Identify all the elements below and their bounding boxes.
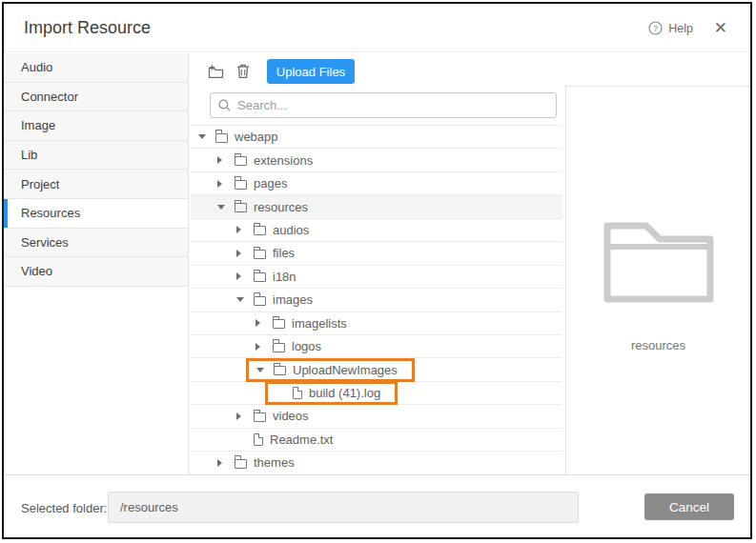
- sidebar-item-label: Project: [21, 177, 59, 191]
- tree-row-logos[interactable]: logos: [191, 335, 562, 358]
- tree-row-build-41-log[interactable]: build (41).log: [191, 382, 562, 405]
- sidebar-item-lib[interactable]: Lib: [4, 141, 188, 171]
- delete-button[interactable]: [236, 64, 250, 79]
- file-icon: [254, 433, 263, 446]
- expand-arrow-icon[interactable]: [236, 272, 254, 280]
- tree-item-label: pages: [254, 176, 287, 191]
- tree-item-label: webapp: [235, 130, 278, 144]
- tree-row-pages[interactable]: pages: [191, 172, 562, 195]
- sidebar-item-label: Services: [21, 235, 69, 250]
- expand-arrow-icon[interactable]: [236, 226, 254, 233]
- tree-item-label: audios: [273, 223, 309, 237]
- tree-row-content: themes: [217, 452, 295, 473]
- delete-icon: [236, 64, 250, 79]
- tree-item-label: images: [273, 292, 313, 307]
- tree-row-images[interactable]: images: [191, 289, 562, 312]
- tree-item-label: videos: [273, 409, 309, 423]
- close-button[interactable]: ✕: [714, 4, 727, 52]
- tree-row-readme-txt[interactable]: Readme.txt: [191, 429, 562, 452]
- folder-icon: [235, 180, 247, 190]
- folder-icon: [254, 250, 266, 259]
- folder-icon: [235, 156, 247, 166]
- folder-icon: [235, 459, 247, 469]
- expand-arrow-icon[interactable]: [217, 180, 235, 188]
- selected-folder-label: Selected folder:: [21, 475, 107, 539]
- preview-panel: resources: [565, 86, 750, 474]
- folder-icon: [254, 272, 266, 282]
- expand-arrow-icon[interactable]: [236, 250, 254, 257]
- sidebar-item-project[interactable]: Project: [4, 170, 188, 199]
- tree-item-label: files: [273, 246, 295, 260]
- expand-arrow-icon[interactable]: [217, 459, 235, 467]
- tree-row-extensions[interactable]: extensions: [191, 149, 562, 171]
- sidebar-item-resources[interactable]: Resources: [4, 199, 188, 229]
- tree-row-content: extensions: [217, 149, 313, 171]
- sidebar-item-audio[interactable]: Audio: [4, 53, 188, 83]
- tree-item-label: logos: [292, 339, 321, 353]
- expand-arrow-icon[interactable]: [198, 134, 215, 139]
- tree-row-content: Readme.txt: [236, 429, 333, 451]
- search-box: [210, 92, 557, 118]
- file-icon: [293, 387, 302, 399]
- sidebar-item-label: Connector: [21, 90, 78, 104]
- folder-icon: [235, 203, 247, 212]
- expand-arrow-icon[interactable]: [236, 297, 254, 302]
- tree-item-label: Readme.txt: [270, 432, 333, 447]
- tree-row-content: images: [236, 289, 313, 311]
- expand-arrow-icon[interactable]: [255, 343, 273, 351]
- expand-arrow-icon[interactable]: [236, 412, 254, 420]
- help-button[interactable]: ? Help: [648, 4, 693, 52]
- upload-files-button[interactable]: Upload Files: [267, 59, 355, 84]
- folder-icon: [273, 319, 285, 329]
- tree-row-files[interactable]: files: [191, 242, 562, 265]
- folder-icon: [215, 133, 228, 143]
- expand-arrow-icon[interactable]: [217, 205, 235, 210]
- selected-folder-input[interactable]: [108, 492, 579, 523]
- sidebar-item-image[interactable]: Image: [4, 111, 188, 141]
- expand-arrow-icon[interactable]: [256, 368, 274, 372]
- help-icon: ?: [648, 21, 663, 35]
- tree-row-content: files: [236, 242, 295, 264]
- svg-text:?: ?: [653, 24, 658, 33]
- sidebar-item-services[interactable]: Services: [4, 229, 188, 258]
- tree-row-content: resources: [217, 195, 308, 217]
- tree-item-label: imagelists: [292, 316, 347, 331]
- sidebar-item-video[interactable]: Video: [4, 257, 188, 287]
- cancel-button[interactable]: Cancel: [644, 493, 734, 520]
- search-icon: [218, 99, 231, 111]
- tree-row-themes[interactable]: themes: [191, 452, 562, 474]
- tree-item-label: themes: [254, 455, 295, 470]
- help-label: Help: [668, 22, 693, 35]
- dialog-footer: Selected folder: Cancel: [4, 474, 750, 539]
- tree-row-content: audios: [236, 219, 309, 241]
- tree-item-label: i18n: [273, 270, 296, 284]
- tree-row-i18n[interactable]: i18n: [191, 266, 562, 289]
- toolbar: Upload Files: [191, 53, 355, 90]
- tree-row-webapp[interactable]: webapp: [191, 126, 562, 149]
- new-folder-button[interactable]: [208, 64, 224, 79]
- tree-row-content: logos: [255, 335, 321, 357]
- import-resource-dialog: Import Resource ? Help ✕ Audio Connector…: [2, 2, 752, 539]
- dialog-title: Import Resource: [24, 4, 151, 52]
- sidebar-item-label: Image: [21, 118, 55, 132]
- tree-row-content: UploadNewImages: [246, 358, 415, 382]
- tree-item-label: UploadNewImages: [293, 363, 398, 377]
- search-input[interactable]: [237, 98, 548, 112]
- folder-icon: [254, 296, 266, 306]
- tree-row-imagelists[interactable]: imagelists: [191, 312, 562, 335]
- tree-row-content: webapp: [198, 126, 278, 148]
- new-folder-icon: [208, 64, 224, 79]
- expand-arrow-icon[interactable]: [255, 319, 273, 327]
- tree-row-content: build (41).log: [265, 381, 398, 405]
- tree-row-audios[interactable]: audios: [191, 219, 562, 242]
- tree-row-videos[interactable]: videos: [191, 405, 562, 428]
- expand-arrow-icon[interactable]: [217, 156, 235, 164]
- sidebar-item-label: Audio: [21, 60, 52, 74]
- folder-icon: [254, 412, 266, 422]
- folder-icon: [274, 366, 286, 375]
- tree-row-uploadnewimages[interactable]: UploadNewImages: [191, 358, 562, 381]
- tree-row-resources[interactable]: resources: [191, 195, 562, 218]
- sidebar-item-label: Lib: [21, 148, 37, 162]
- sidebar-item-connector[interactable]: Connector: [4, 83, 188, 112]
- folder-icon: [254, 226, 266, 235]
